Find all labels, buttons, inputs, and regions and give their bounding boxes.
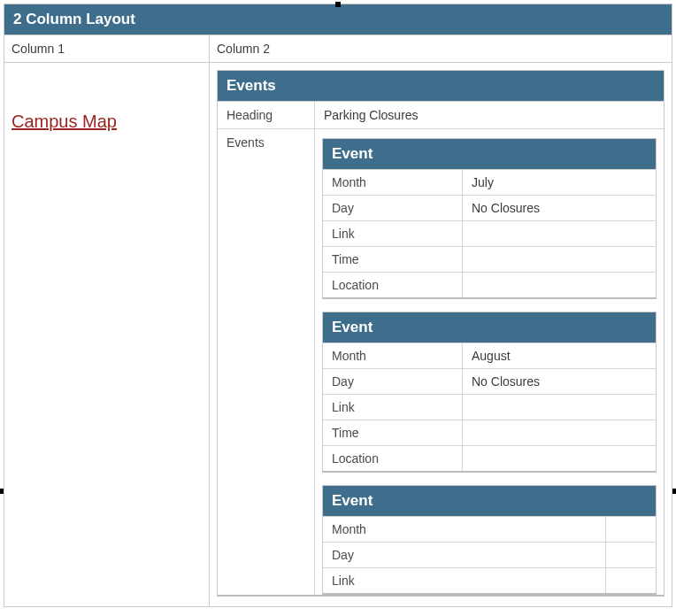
- event-time-value: [463, 247, 656, 272]
- event-link-label: Link: [323, 395, 463, 420]
- events-list-row: Events Event Month July Day No Closures: [218, 128, 664, 595]
- event-panel: Event Month Day Link: [322, 485, 657, 595]
- event-month-row: Month: [323, 516, 656, 542]
- content-row: Campus Map Events Heading Parking Closur…: [4, 63, 672, 606]
- event-location-value: [463, 446, 656, 471]
- resize-handle-left[interactable]: [0, 489, 4, 494]
- event-link-value: [606, 568, 656, 593]
- event-link-value: [463, 395, 656, 420]
- events-list-container: Event Month July Day No Closures Link: [315, 129, 664, 595]
- event-location-row: Location: [323, 272, 656, 297]
- event-month-label: Month: [323, 170, 463, 195]
- event-time-label: Time: [323, 247, 463, 272]
- column-header-row: Column 1 Column 2: [4, 35, 672, 63]
- events-list-label: Events: [218, 129, 315, 595]
- event-month-value: [606, 517, 656, 542]
- event-day-value: No Closures: [463, 196, 656, 220]
- layout-title: 2 Column Layout: [4, 4, 672, 35]
- event-time-value: [463, 420, 656, 445]
- event-link-value: [463, 221, 656, 246]
- event-month-label: Month: [323, 343, 463, 368]
- event-month-row: Month July: [323, 169, 656, 195]
- event-day-row: Day No Closures: [323, 368, 656, 394]
- column-1: Campus Map: [4, 63, 210, 606]
- campus-map-link[interactable]: Campus Map: [12, 112, 202, 132]
- event-title: Event: [323, 312, 656, 343]
- event-day-row: Day No Closures: [323, 195, 656, 220]
- event-time-label: Time: [323, 420, 463, 445]
- column-1-header: Column 1: [4, 35, 210, 62]
- event-link-row: Link: [323, 394, 656, 420]
- event-location-row: Location: [323, 445, 656, 471]
- event-location-label: Location: [323, 446, 463, 471]
- event-month-value: July: [463, 170, 656, 195]
- event-link-label: Link: [323, 568, 606, 593]
- event-location-value: [463, 273, 656, 297]
- events-heading-value: Parking Closures: [315, 102, 664, 128]
- event-panel: Event Month August Day No Closures Link: [322, 312, 657, 473]
- events-heading-label: Heading: [218, 102, 315, 128]
- event-title: Event: [323, 486, 656, 516]
- event-day-value: [606, 543, 656, 567]
- event-location-label: Location: [323, 273, 463, 297]
- column-2: Events Heading Parking Closures Events E…: [210, 63, 672, 606]
- event-day-label: Day: [323, 196, 463, 220]
- event-day-row: Day: [323, 542, 656, 567]
- event-month-row: Month August: [323, 343, 656, 368]
- event-month-value: August: [463, 343, 656, 368]
- column-2-header: Column 2: [210, 35, 672, 62]
- event-day-value: No Closures: [463, 369, 656, 394]
- event-link-row: Link: [323, 567, 656, 593]
- event-time-row: Time: [323, 246, 656, 272]
- event-link-row: Link: [323, 220, 656, 246]
- event-time-row: Time: [323, 420, 656, 445]
- events-heading-row: Heading Parking Closures: [218, 101, 664, 128]
- event-day-label: Day: [323, 369, 463, 394]
- events-panel: Events Heading Parking Closures Events E…: [217, 70, 664, 597]
- event-panel: Event Month July Day No Closures Link: [322, 138, 657, 299]
- events-panel-title: Events: [218, 71, 664, 101]
- resize-handle-top[interactable]: [335, 2, 341, 7]
- event-link-label: Link: [323, 221, 463, 246]
- event-day-label: Day: [323, 543, 606, 567]
- layout-container: 2 Column Layout Column 1 Column 2 Campus…: [4, 4, 672, 607]
- event-month-label: Month: [323, 517, 606, 542]
- resize-handle-right[interactable]: [672, 489, 676, 494]
- event-title: Event: [323, 139, 656, 169]
